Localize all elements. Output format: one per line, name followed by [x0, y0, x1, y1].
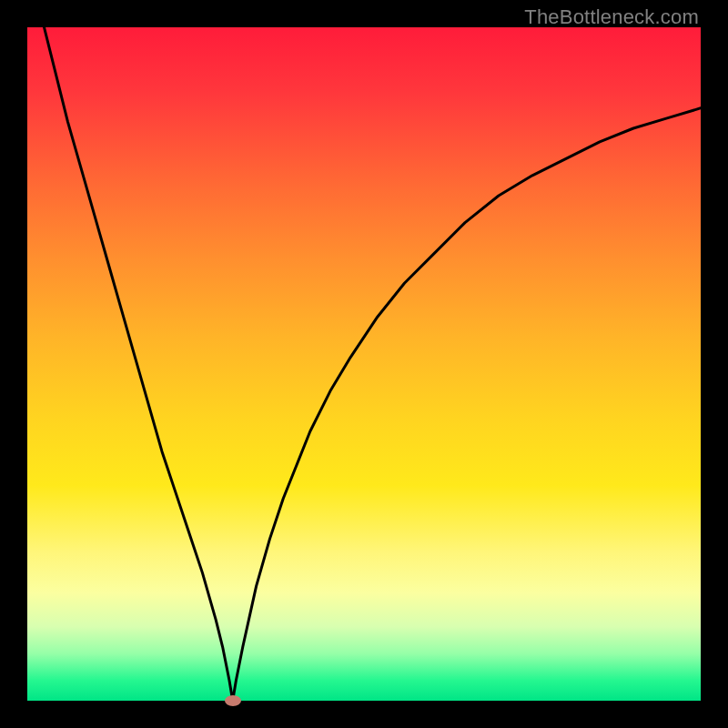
plot-area: [27, 27, 701, 701]
chart-frame: TheBottleneck.com: [0, 0, 728, 728]
optimum-marker: [225, 695, 241, 706]
curve-svg: [27, 27, 701, 701]
watermark-text: TheBottleneck.com: [524, 5, 699, 29]
bottleneck-curve: [27, 27, 701, 701]
